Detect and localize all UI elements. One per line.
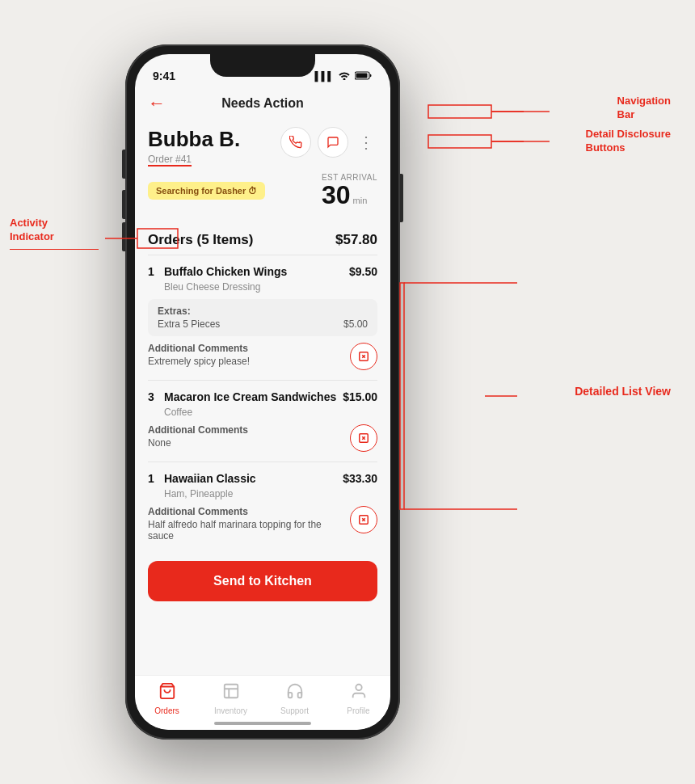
eta-number: 30 xyxy=(322,182,351,208)
support-label: Support xyxy=(280,706,309,715)
item-3-qty: 1 xyxy=(148,472,159,485)
nav-item-inventory[interactable]: Inventory xyxy=(199,682,263,715)
disclosure-btn-1[interactable] xyxy=(350,343,377,370)
svg-rect-11 xyxy=(428,105,491,118)
status-row: Searching for Dasher ⏱ EST ARRIVAL 30 mi… xyxy=(148,173,377,208)
content-area[interactable]: Bubba B. Order #41 ⋮ Se xyxy=(135,117,390,667)
profile-label: Profile xyxy=(347,706,369,715)
extras-section-1: Extras: Extra 5 Pieces $5.00 xyxy=(148,299,377,336)
signal-icon: ▌▌▌ xyxy=(315,71,334,81)
comments-label-2: Additional Comments xyxy=(148,424,342,436)
item-2-name: Macaron Ice Cream Sandwiches xyxy=(164,390,338,403)
orders-title: Orders (5 Items) xyxy=(148,232,253,248)
item-3-price: $33.30 xyxy=(343,472,377,485)
comments-label-1: Additional Comments xyxy=(148,343,342,354)
comments-text-2: Additional Comments None xyxy=(148,424,342,449)
comments-section-1: Additional Comments Extremely spicy plea… xyxy=(148,343,377,370)
inventory-icon xyxy=(222,682,240,705)
notch xyxy=(210,54,315,77)
svg-rect-1 xyxy=(356,73,368,78)
order-item-2-header: 3 Macaron Ice Cream Sandwiches $15.00 xyxy=(148,390,377,403)
svg-rect-6 xyxy=(224,685,238,698)
support-icon xyxy=(286,682,304,705)
screen: 9:41 ▌▌▌ ← Needs Action Bubba xyxy=(135,54,390,730)
item-1-qty: 1 xyxy=(148,265,159,278)
inventory-label: Inventory xyxy=(214,706,247,715)
nav-bar-annotation: NavigationBar xyxy=(617,95,671,122)
status-icons: ▌▌▌ xyxy=(315,70,373,82)
status-badge: Searching for Dasher ⏱ xyxy=(148,182,265,200)
home-indicator xyxy=(214,722,311,725)
item-2-price: $15.00 xyxy=(343,390,377,403)
item-2-subtitle: Coffee xyxy=(164,407,377,418)
disclosure-btn-2[interactable] xyxy=(350,424,377,452)
orders-label: Orders xyxy=(154,706,179,715)
customer-header: Bubba B. Order #41 ⋮ xyxy=(148,127,377,165)
customer-actions: ⋮ xyxy=(280,127,377,158)
orders-header: Orders (5 Items) $57.80 xyxy=(148,222,377,255)
extra-1-name: Extra 5 Pieces xyxy=(158,318,220,330)
comments-text-1: Additional Comments Extremely spicy plea… xyxy=(148,343,342,367)
nav-item-profile[interactable]: Profile xyxy=(326,682,390,715)
orders-icon xyxy=(158,682,176,705)
nav-bar: ← Needs Action xyxy=(135,90,390,117)
back-button[interactable]: ← xyxy=(148,93,166,114)
battery-icon xyxy=(355,71,373,82)
eta-section: EST ARRIVAL 30 min xyxy=(322,173,377,208)
comments-label-3: Additional Comments xyxy=(148,506,342,517)
svg-point-7 xyxy=(356,685,361,690)
comments-section-3: Additional Comments Half alfredo half ma… xyxy=(148,506,377,542)
order-item-3-header: 1 Hawaiian Classic $33.30 xyxy=(148,472,377,485)
more-button[interactable]: ⋮ xyxy=(355,129,377,155)
customer-order: Order #41 xyxy=(148,154,240,165)
send-to-kitchen-button[interactable]: Send to Kitchen xyxy=(148,561,377,601)
message-button[interactable] xyxy=(318,127,348,158)
svg-rect-17 xyxy=(400,283,404,509)
customer-section: Bubba B. Order #41 ⋮ Se xyxy=(148,117,377,222)
comments-value-3: Half alfredo half marinara topping for t… xyxy=(148,519,342,542)
detail-disclosure-annotation: Detail DisclosureButtons xyxy=(586,128,672,155)
phone-shell: 9:41 ▌▌▌ ← Needs Action Bubba xyxy=(125,44,400,740)
order-item-1: 1 Buffalo Chicken Wings $9.50 Bleu Chees… xyxy=(148,255,377,380)
comments-value-1: Extremely spicy please! xyxy=(148,356,342,367)
eta-unit: min xyxy=(353,196,368,205)
status-time: 9:41 xyxy=(153,70,175,82)
order-item-1-header: 1 Buffalo Chicken Wings $9.50 xyxy=(148,265,377,278)
nav-item-orders[interactable]: Orders xyxy=(135,682,199,715)
nav-item-support[interactable]: Support xyxy=(263,682,326,715)
svg-rect-14 xyxy=(428,135,491,148)
order-item-2: 3 Macaron Ice Cream Sandwiches $15.00 Co… xyxy=(148,380,377,462)
customer-name: Bubba B. xyxy=(148,127,240,152)
order-item-3: 1 Hawaiian Classic $33.30 Ham, Pineapple… xyxy=(148,462,377,551)
nav-title: Needs Action xyxy=(221,96,304,111)
phone-button[interactable] xyxy=(280,127,311,158)
item-2-qty: 3 xyxy=(148,390,159,403)
orders-total: $57.80 xyxy=(335,232,377,248)
item-3-name: Hawaiian Classic xyxy=(164,472,338,485)
comments-text-3: Additional Comments Half alfredo half ma… xyxy=(148,506,342,542)
extra-1-price: $5.00 xyxy=(343,318,368,330)
wifi-icon xyxy=(338,70,351,82)
item-3-subtitle: Ham, Pineapple xyxy=(164,488,377,499)
comments-section-2: Additional Comments None xyxy=(148,424,377,452)
activity-indicator-annotation: ActivityIndicator xyxy=(10,217,99,250)
extras-row-1: Extra 5 Pieces $5.00 xyxy=(158,318,368,330)
item-1-price: $9.50 xyxy=(349,265,377,278)
item-1-subtitle: Bleu Cheese Dressing xyxy=(164,281,377,293)
comments-value-2: None xyxy=(148,437,342,449)
detailed-list-view-annotation: Detailed List View xyxy=(575,384,671,398)
extras-label-1: Extras: xyxy=(158,306,368,317)
item-1-name: Buffalo Chicken Wings xyxy=(164,265,344,278)
profile-icon xyxy=(350,682,368,705)
disclosure-btn-3[interactable] xyxy=(350,506,377,533)
